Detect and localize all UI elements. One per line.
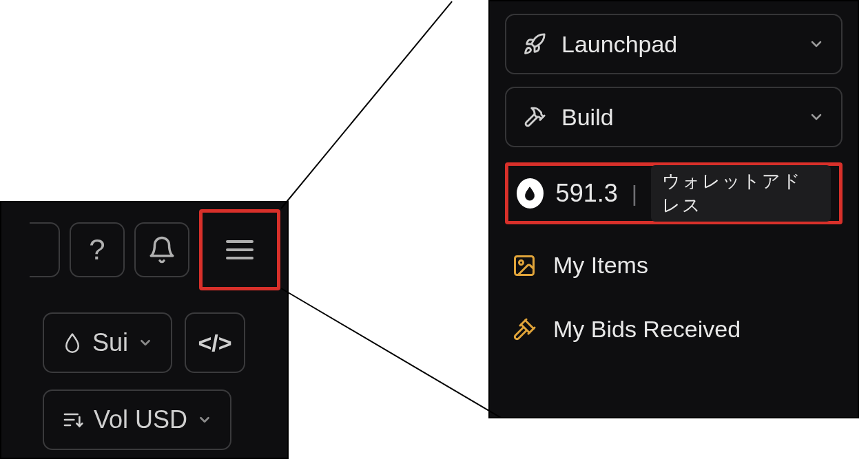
menu-item-label: Launchpad [561, 31, 677, 58]
help-button[interactable]: ? [70, 222, 125, 277]
hamburger-icon [219, 233, 260, 266]
svg-point-8 [519, 260, 524, 264]
menu-link-my-items[interactable]: My Items [505, 242, 843, 288]
chevron-down-icon [808, 109, 825, 125]
notifications-button[interactable] [134, 222, 189, 277]
toolbar-panel: ? Sui </> [0, 201, 289, 459]
sort-label: Vol USD [94, 405, 187, 434]
menu-item-build[interactable]: Build [505, 87, 843, 147]
toolbar-row: ? [0, 209, 280, 290]
menu-link-my-bids[interactable]: My Bids Received [505, 306, 843, 352]
menu-link-label: My Items [553, 252, 648, 279]
chain-selector[interactable]: Sui [43, 312, 172, 373]
sort-selector[interactable]: Vol USD [43, 389, 231, 450]
droplet-icon [522, 184, 537, 202]
gavel-icon [512, 317, 537, 342]
code-button[interactable]: </> [185, 312, 245, 373]
menu-link-label: My Bids Received [553, 316, 741, 343]
wallet-row[interactable]: 591.3 | ウォレットアドレス [510, 168, 838, 219]
help-icon: ? [89, 233, 105, 266]
menu-item-launchpad[interactable]: Launchpad [505, 14, 843, 74]
menu-button[interactable] [205, 215, 274, 284]
code-icon: </> [198, 330, 231, 356]
separator: | [632, 181, 637, 206]
menu-panel: Launchpad Build 591.3 | ウォレットアドレス [488, 0, 859, 418]
chain-label: Sui [92, 328, 128, 357]
droplet-icon [62, 330, 83, 355]
sort-icon [62, 409, 84, 431]
wallet-highlight: 591.3 | ウォレットアドレス [505, 162, 843, 224]
token-badge [517, 178, 544, 209]
hammer-icon [523, 105, 546, 129]
menu-item-label: Build [561, 104, 614, 131]
filter-row-1: Sui </> [43, 312, 245, 373]
callout-line-top [280, 1, 453, 209]
bell-icon [147, 235, 176, 264]
chevron-down-icon [808, 36, 825, 52]
chevron-down-icon [197, 412, 212, 427]
wallet-address[interactable]: ウォレットアドレス [651, 165, 831, 222]
wallet-balance: 591.3 [556, 179, 618, 208]
filter-row-2: Vol USD [43, 389, 231, 450]
rocket-icon [523, 32, 546, 56]
hamburger-highlight [199, 209, 280, 290]
toolbar-partial-button[interactable] [30, 222, 60, 277]
chevron-down-icon [138, 335, 153, 350]
image-icon [512, 253, 537, 278]
callout-line-bottom [280, 288, 501, 418]
